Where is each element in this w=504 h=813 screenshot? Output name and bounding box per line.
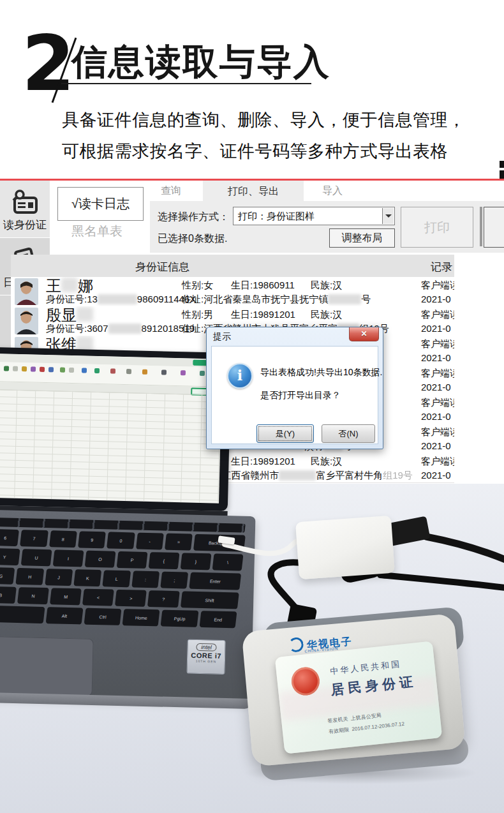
operation-mode-select[interactable]: 打印：身份证图样 bbox=[233, 207, 395, 225]
resident-id-card: 中华人民共和国 居民身份证 签发机关 上犹县公安局 有效期限 2016.07.1… bbox=[275, 641, 443, 754]
export-button-partial[interactable] bbox=[484, 207, 504, 248]
operation-mode-value: 打印：身份证图样 bbox=[238, 211, 315, 223]
portrait-photo bbox=[15, 308, 38, 334]
address-field: 住址:河北省秦皇岛市抚宁县抚宁镇号 bbox=[182, 294, 371, 306]
info-icon: i bbox=[227, 363, 253, 389]
record-time: 2021-0 bbox=[421, 294, 451, 304]
read-card-log-button[interactable]: √读卡日志 bbox=[57, 187, 144, 221]
ethnic-field: 民族:汉 bbox=[311, 280, 342, 292]
marketing-page: 2 信息读取与导入 具备证件信息的查询、删除、导入，便于信息管理， 可根据需求按… bbox=[0, 0, 504, 813]
close-icon[interactable]: ✕ bbox=[349, 327, 379, 341]
white-usb-cable bbox=[225, 541, 302, 554]
id-number: 身份证号:139860911446X bbox=[46, 294, 196, 306]
chevron-down-icon[interactable] bbox=[382, 208, 394, 224]
no-button[interactable]: 否(N) bbox=[322, 424, 375, 443]
usb-hub bbox=[295, 516, 395, 579]
cropped-edge-artifact bbox=[500, 161, 504, 179]
sidebar-item-read-id[interactable]: 读身份证 bbox=[0, 181, 50, 237]
table-header: 身份证信息 记录 bbox=[11, 255, 454, 277]
tab-print-export[interactable]: 打印、导出 bbox=[203, 181, 304, 202]
column-header-id-info: 身份证信息 bbox=[135, 260, 189, 274]
sex-field: 性别:女 bbox=[182, 280, 213, 292]
toolbar-divider bbox=[480, 207, 482, 246]
sex-field: 性别:男 bbox=[182, 309, 213, 321]
blacklist-button[interactable]: 黑名单表 bbox=[71, 223, 122, 240]
page-title: 信息读取与导入 bbox=[71, 38, 330, 87]
brand-logo-icon bbox=[288, 637, 304, 653]
black-cable-exit bbox=[380, 575, 504, 588]
dialog-message-1: 导出表格成功!共导出10条数据. bbox=[260, 367, 382, 378]
record-time: 2021-0 bbox=[421, 323, 451, 334]
subtitle-line2: 可根据需求按名字、证件号码等多种方式导出表格 bbox=[62, 140, 448, 163]
black-cable-right bbox=[426, 537, 504, 560]
export-success-dialog: 提示 ✕ i 导出表格成功!共导出10条数据. 是否打开导出目录？ 是(Y) 否… bbox=[206, 327, 383, 449]
birth-field: 生日:19860911 bbox=[231, 280, 295, 292]
birth-field: 生日:19891201 bbox=[231, 309, 295, 321]
print-export-toolbar: 选择操作方式： 打印：身份证图样 已选择0条数据. 调整布局 打印 bbox=[150, 201, 504, 253]
sidebar-label: 读身份证 bbox=[0, 218, 50, 232]
yes-button[interactable]: 是(Y) bbox=[256, 424, 314, 443]
id-card-search-icon bbox=[10, 190, 40, 216]
dialog-message-2: 是否打开导出目录？ bbox=[260, 390, 341, 401]
ethnic-field: 民族:汉 bbox=[311, 309, 342, 321]
client-field: 客户端读 bbox=[421, 309, 454, 321]
selection-status: 已选择0条数据. bbox=[158, 232, 227, 246]
portrait-photo bbox=[15, 278, 38, 305]
tab-query[interactable]: 查询 bbox=[161, 184, 181, 198]
column-header-record: 记录 bbox=[431, 260, 452, 274]
adjust-layout-button[interactable]: 调整布局 bbox=[329, 228, 395, 248]
operation-mode-label: 选择操作方式： bbox=[158, 211, 229, 224]
tab-label: 打印、导出 bbox=[203, 185, 304, 198]
subtitle-line1: 具备证件信息的查询、删除、导入，便于信息管理， bbox=[62, 108, 466, 131]
table-row[interactable]: 王娜 身份证号:139860911446X 性别:女 生日:19860911 民… bbox=[11, 277, 454, 307]
dialog-body: i 导出表格成功!共导出10条数据. 是否打开导出目录？ 是(Y) 否(N) bbox=[211, 346, 378, 444]
title-underline bbox=[61, 83, 311, 84]
id-number: 身份证号:36078912018519 bbox=[46, 323, 195, 335]
tab-import[interactable]: 导入 bbox=[322, 184, 343, 198]
dialog-title: 提示 bbox=[213, 331, 231, 343]
print-button[interactable]: 打印 bbox=[401, 207, 473, 248]
client-field: 客户端读 bbox=[421, 280, 454, 292]
